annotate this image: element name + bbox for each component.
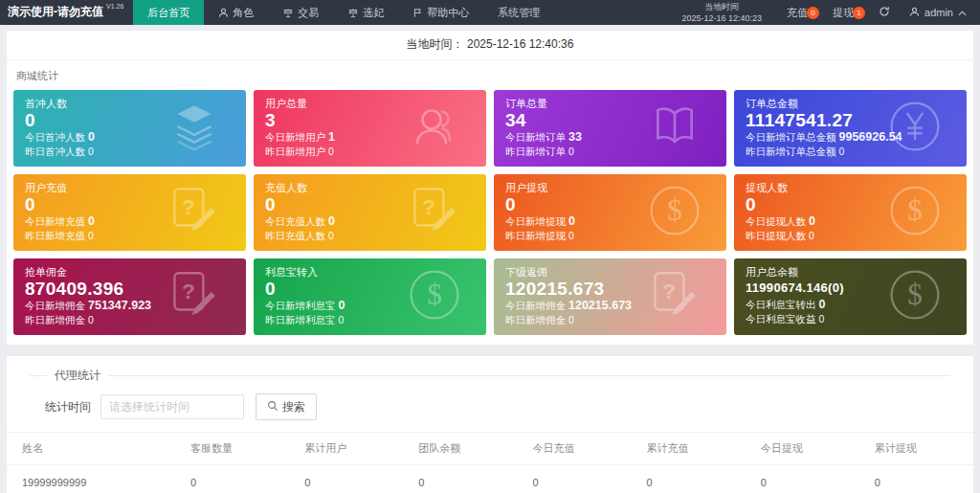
local-time-value: 2025-12-16 12:40:23 bbox=[681, 12, 762, 24]
svg-text:?: ? bbox=[662, 279, 676, 303]
agent-fieldset: 代理统计 bbox=[30, 368, 950, 384]
svg-text:?: ? bbox=[182, 279, 195, 303]
agent-table-body: 199999999990000000 bbox=[7, 465, 973, 493]
table-cell: 0 bbox=[859, 465, 973, 493]
withdraw-label: 提现 bbox=[833, 6, 854, 20]
nav-item-help-center[interactable]: 帮助中心 bbox=[398, 0, 483, 25]
dollar-icon: $ bbox=[648, 184, 702, 241]
table-header-cell: 累计用户 bbox=[289, 433, 403, 465]
table-row: 199999999990000000 bbox=[7, 465, 973, 493]
question-doc-icon: ? bbox=[404, 184, 461, 241]
chevron-up-icon bbox=[958, 7, 967, 18]
nav-item-label: 交易 bbox=[298, 6, 319, 20]
table-header-cell: 累计充值 bbox=[632, 433, 746, 465]
table-header-cell: 累计提现 bbox=[859, 433, 973, 465]
stat-card: 充值人数 0 今日充值人数0 昨日充值人数0 ? bbox=[254, 174, 486, 251]
refresh-button[interactable] bbox=[869, 6, 900, 19]
search-button[interactable]: 搜索 bbox=[256, 393, 317, 420]
recharge-badge: 0 bbox=[807, 7, 819, 19]
table-cell: 0 bbox=[289, 465, 403, 493]
layers-icon bbox=[167, 102, 221, 154]
scales-icon bbox=[347, 8, 359, 18]
svg-text:$: $ bbox=[427, 278, 442, 311]
admin-user-menu[interactable]: admin bbox=[900, 7, 980, 19]
stat-card: 提现人数 0 今日提现人数0 昨日提现人数0 $ bbox=[734, 174, 967, 251]
stat-card: 用户充值 0 今日新增充值0 昨日新增充值0 ? bbox=[13, 174, 246, 251]
agent-legend: 代理统计 bbox=[47, 368, 108, 384]
nav-item-label: 帮助中心 bbox=[427, 6, 469, 20]
yen-icon bbox=[888, 100, 942, 157]
users-icon bbox=[408, 101, 461, 156]
dollar-icon: $ bbox=[408, 268, 461, 325]
current-time-label: 当地时间： bbox=[407, 37, 464, 51]
search-icon bbox=[267, 400, 278, 415]
stat-card: 首冲人数 0 今日首冲人数0 昨日首冲人数0 bbox=[13, 90, 246, 167]
nav-item-select[interactable]: 选妃 bbox=[333, 0, 398, 25]
flag-icon bbox=[412, 8, 423, 18]
nav-item-label: 后台首页 bbox=[147, 6, 189, 20]
recharge-notice-button[interactable]: 充值 0 bbox=[777, 6, 823, 20]
brand-title: 演示使用-请勿充值 bbox=[8, 4, 103, 20]
stat-card: 订单总金额 11147541.27 今日新增订单总金额9956926.54 昨日… bbox=[734, 90, 967, 167]
table-cell: 0 bbox=[746, 465, 859, 493]
stats-grid: 首冲人数 0 今日首冲人数0 昨日首冲人数0 用户总量 3 今日新增用户1 昨日… bbox=[7, 90, 973, 345]
stat-card: 抢单佣金 870409.396 今日新增佣金751347.923 昨日新增佣金0… bbox=[13, 258, 246, 335]
recharge-label: 充值 bbox=[787, 6, 808, 20]
table-header-cell: 今日提现 bbox=[746, 433, 859, 465]
svg-text:?: ? bbox=[422, 194, 435, 219]
stat-card: 用户总余额 11990674.146(0) 今日利息宝转出0 今日利息宝收益0 … bbox=[734, 258, 967, 335]
agent-filter-row: 统计时间 搜索 bbox=[45, 393, 950, 420]
stats-panel: 当地时间： 2025-12-16 12:40:36 商城统计 首冲人数 0 今日… bbox=[7, 31, 973, 345]
nav-item-label: 角色 bbox=[233, 6, 254, 20]
question-doc-icon: ? bbox=[164, 268, 221, 325]
svg-text:$: $ bbox=[667, 193, 682, 227]
table-header-cell: 客服数量 bbox=[175, 433, 289, 465]
stats-section-title: 商城统计 bbox=[7, 60, 973, 90]
svg-text:$: $ bbox=[907, 278, 923, 311]
withdraw-notice-button[interactable]: 提现 1 bbox=[823, 6, 869, 20]
nav-item-role[interactable]: 角色 bbox=[204, 0, 268, 25]
current-time-bar: 当地时间： 2025-12-16 12:40:36 bbox=[7, 31, 973, 60]
svg-text:?: ? bbox=[182, 194, 195, 219]
stat-time-input[interactable] bbox=[100, 394, 244, 419]
nav-item-label: 选妃 bbox=[363, 6, 384, 20]
table-cell: 0 bbox=[175, 465, 289, 493]
withdraw-badge: 1 bbox=[853, 7, 865, 19]
scales-icon bbox=[282, 8, 294, 18]
table-cell: 0 bbox=[632, 465, 746, 493]
nav-item-system[interactable]: 系统管理 bbox=[483, 0, 554, 25]
current-time-value: 2025-12-16 12:40:36 bbox=[467, 37, 573, 51]
nav-item-label: 系统管理 bbox=[498, 6, 540, 20]
refresh-icon bbox=[879, 6, 890, 19]
table-cell: 0 bbox=[517, 465, 631, 493]
navbar-right: 当地时间 2025-12-16 12:40:23 充值 0 提现 1 admin bbox=[666, 0, 980, 25]
stat-card: 用户总量 3 今日新增用户1 昨日新增用户0 bbox=[254, 90, 486, 167]
table-cell: 19999999999 bbox=[7, 465, 175, 493]
user-icon bbox=[909, 7, 920, 19]
user-icon bbox=[218, 8, 229, 18]
table-cell: 0 bbox=[403, 465, 517, 493]
question-doc-icon: ? bbox=[164, 184, 221, 241]
version-label: V1.26 bbox=[106, 3, 123, 10]
table-header-cell: 姓名 bbox=[7, 433, 175, 465]
dollar-icon: $ bbox=[888, 268, 942, 325]
dollar-icon: $ bbox=[888, 184, 942, 241]
brand: 演示使用-请勿充值 V1.26 bbox=[0, 0, 133, 25]
stat-time-label: 统计时间 bbox=[45, 399, 91, 415]
agent-table: 姓名客服数量累计用户团队余额今日充值累计充值今日提现累计提现 199999999… bbox=[7, 432, 973, 493]
search-button-label: 搜索 bbox=[282, 399, 305, 415]
agent-table-header-row: 姓名客服数量累计用户团队余额今日充值累计充值今日提现累计提现 bbox=[7, 433, 973, 465]
stat-card: 订单总量 34 今日新增订单33 昨日新增订单0 bbox=[494, 90, 726, 167]
question-doc-icon: ? bbox=[644, 268, 702, 325]
table-header-cell: 团队余额 bbox=[403, 433, 517, 465]
top-navbar: 演示使用-请勿充值 V1.26 后台首页 角色 交易 选妃 帮助中心 系统管理 … bbox=[0, 0, 980, 25]
nav-item-home[interactable]: 后台首页 bbox=[133, 0, 204, 25]
agent-panel: 代理统计 统计时间 搜索 姓名客服数量累计用户团队余额今日充值累计充值今日提现累… bbox=[7, 356, 973, 493]
admin-username: admin bbox=[924, 7, 953, 18]
nav-item-trade[interactable]: 交易 bbox=[268, 0, 333, 25]
table-header-cell: 今日充值 bbox=[517, 433, 631, 465]
book-icon bbox=[648, 102, 702, 154]
stat-card: 利息宝转入 0 今日新增利息宝0 昨日新增利息宝0 $ bbox=[254, 258, 486, 335]
svg-text:$: $ bbox=[907, 193, 923, 227]
local-time-label: 当地时间 bbox=[681, 1, 762, 12]
